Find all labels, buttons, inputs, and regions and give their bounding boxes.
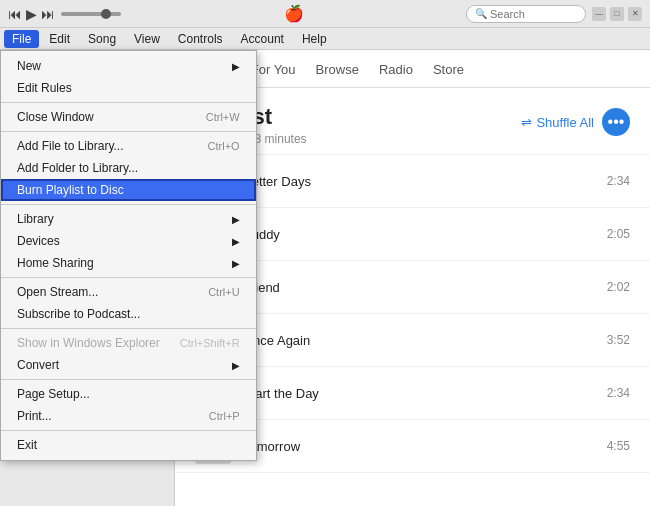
- maximize-button[interactable]: □: [610, 7, 624, 21]
- separator-7: [1, 430, 256, 431]
- separator-4: [1, 277, 256, 278]
- menu-item-devices[interactable]: Devices ▶: [1, 230, 256, 252]
- title-bar-left: ⏮ ▶ ⏭: [8, 6, 121, 22]
- separator-2: [1, 131, 256, 132]
- menu-item-open-stream[interactable]: Open Stream... Ctrl+U: [1, 281, 256, 303]
- song-name: Start the Day: [243, 386, 607, 401]
- new-arrow: ▶: [232, 61, 240, 72]
- song-info: Tomorrow: [243, 439, 607, 454]
- song-duration: 2:02: [607, 280, 630, 294]
- separator-3: [1, 204, 256, 205]
- menu-song[interactable]: Song: [80, 30, 124, 48]
- minimize-button[interactable]: —: [592, 7, 606, 21]
- playlist-actions: ⇌ Shuffle All •••: [521, 104, 630, 136]
- file-dropdown-menu: New ▶ Edit Rules Close Window Ctrl+W Add…: [0, 50, 257, 461]
- menu-file[interactable]: File: [4, 30, 39, 48]
- menu-item-convert[interactable]: Convert ▶: [1, 354, 256, 376]
- menu-account[interactable]: Account: [233, 30, 292, 48]
- tab-radio[interactable]: Radio: [379, 58, 413, 87]
- volume-thumb: [101, 9, 111, 19]
- play-button[interactable]: ▶: [26, 6, 37, 22]
- menu-view[interactable]: View: [126, 30, 168, 48]
- song-name: Once Again: [243, 333, 607, 348]
- convert-arrow: ▶: [232, 360, 240, 371]
- home-sharing-arrow: ▶: [232, 258, 240, 269]
- song-duration: 2:34: [607, 386, 630, 400]
- menu-item-add-folder[interactable]: Add Folder to Library...: [1, 157, 256, 179]
- song-name: Friend: [243, 280, 607, 295]
- menu-item-new[interactable]: New ▶: [1, 55, 256, 77]
- menu-item-library[interactable]: Library ▶: [1, 208, 256, 230]
- menu-item-print[interactable]: Print... Ctrl+P: [1, 405, 256, 427]
- next-button[interactable]: ⏭: [41, 6, 55, 22]
- menu-item-subscribe-podcast[interactable]: Subscribe to Podcast...: [1, 303, 256, 325]
- menu-item-burn-playlist[interactable]: Burn Playlist to Disc: [1, 179, 256, 201]
- menu-item-add-file[interactable]: Add File to Library... Ctrl+O: [1, 135, 256, 157]
- playback-controls: ⏮ ▶ ⏭: [8, 6, 55, 22]
- menu-item-exit[interactable]: Exit: [1, 434, 256, 456]
- song-name: Tomorrow: [243, 439, 607, 454]
- title-bar-right: 🔍 — □ ✕: [466, 5, 642, 23]
- menu-item-page-setup[interactable]: Page Setup...: [1, 383, 256, 405]
- song-duration: 2:05: [607, 227, 630, 241]
- search-input[interactable]: [490, 8, 580, 20]
- menu-item-home-sharing[interactable]: Home Sharing ▶: [1, 252, 256, 274]
- more-icon: •••: [608, 113, 625, 131]
- search-icon: 🔍: [475, 8, 487, 19]
- library-arrow: ▶: [232, 214, 240, 225]
- shuffle-button[interactable]: ⇌ Shuffle All: [521, 115, 594, 130]
- tab-store[interactable]: Store: [433, 58, 464, 87]
- more-button[interactable]: •••: [602, 108, 630, 136]
- search-box[interactable]: 🔍: [466, 5, 586, 23]
- song-info: Once Again: [243, 333, 607, 348]
- separator-1: [1, 102, 256, 103]
- title-bar: ⏮ ▶ ⏭ 🍎 🔍 — □ ✕: [0, 0, 650, 28]
- menu-edit[interactable]: Edit: [41, 30, 78, 48]
- close-button[interactable]: ✕: [628, 7, 642, 21]
- song-duration: 4:55: [607, 439, 630, 453]
- volume-slider[interactable]: [61, 12, 121, 16]
- menu-bar: File Edit Song View Controls Account Hel…: [0, 28, 650, 50]
- song-info: Buddy: [243, 227, 607, 242]
- separator-5: [1, 328, 256, 329]
- menu-controls[interactable]: Controls: [170, 30, 231, 48]
- song-info: Start the Day: [243, 386, 607, 401]
- song-duration: 2:34: [607, 174, 630, 188]
- song-duration: 3:52: [607, 333, 630, 347]
- menu-help[interactable]: Help: [294, 30, 335, 48]
- window-controls: — □ ✕: [592, 7, 642, 21]
- song-info: Friend: [243, 280, 607, 295]
- shuffle-label: Shuffle All: [536, 115, 594, 130]
- devices-arrow: ▶: [232, 236, 240, 247]
- tab-for-you[interactable]: For You: [251, 58, 296, 87]
- song-name: Buddy: [243, 227, 607, 242]
- menu-item-close-window[interactable]: Close Window Ctrl+W: [1, 106, 256, 128]
- shuffle-icon: ⇌: [521, 115, 532, 130]
- separator-6: [1, 379, 256, 380]
- tab-browse[interactable]: Browse: [316, 58, 359, 87]
- song-name: Better Days: [243, 174, 607, 189]
- prev-button[interactable]: ⏮: [8, 6, 22, 22]
- menu-item-edit-rules[interactable]: Edit Rules: [1, 77, 256, 99]
- menu-item-show-explorer: Show in Windows Explorer Ctrl+Shift+R: [1, 332, 256, 354]
- song-info: Better Days: [243, 174, 607, 189]
- apple-logo: 🍎: [284, 4, 304, 23]
